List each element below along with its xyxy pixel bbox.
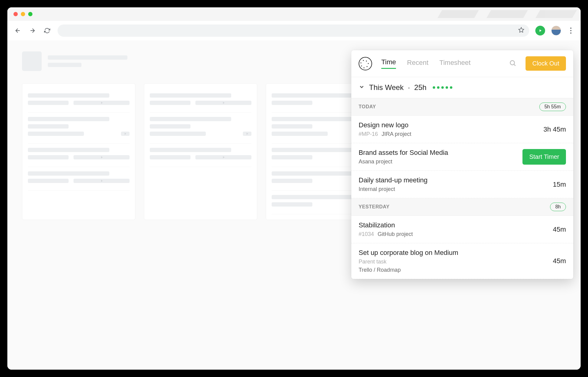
- play-icon: [74, 179, 130, 183]
- time-entry[interactable]: Design new logo #MP-16 JIRA project 3h 4…: [351, 116, 573, 143]
- time-entry[interactable]: Stabilization #1034 GitHub project 45m: [351, 216, 573, 243]
- week-label: This Week: [369, 83, 404, 92]
- skeleton-column: [144, 83, 257, 220]
- play-icon: [121, 132, 130, 136]
- window-titlebar: [7, 7, 581, 21]
- entry-project: Internal project: [359, 186, 395, 192]
- time-entry[interactable]: Daily stand-up meeting Internal project …: [351, 171, 573, 198]
- window-minimize-button[interactable]: [21, 12, 25, 16]
- browser-menu-button[interactable]: [567, 28, 575, 34]
- reload-button[interactable]: [43, 26, 51, 35]
- svg-marker-0: [519, 28, 524, 32]
- entry-parent: Parent task: [359, 259, 458, 265]
- profile-avatar[interactable]: [551, 26, 561, 35]
- tab-time[interactable]: Time: [381, 58, 396, 69]
- section-label: YESTERDAY: [359, 204, 390, 210]
- tab-timesheet[interactable]: Timesheet: [439, 59, 471, 69]
- skeleton-heading: [48, 55, 127, 67]
- entry-title: Set up corporate blog on Medium: [359, 249, 458, 257]
- week-hours: 25h: [414, 83, 427, 92]
- entry-time: 3h 45m: [544, 125, 566, 133]
- play-icon: [243, 132, 251, 136]
- clock-out-button[interactable]: Clock Out: [526, 56, 566, 71]
- section-header-yesterday: YESTERDAY 8h: [351, 198, 573, 216]
- address-bar[interactable]: [58, 24, 529, 37]
- entry-time: 15m: [553, 181, 566, 188]
- forward-button[interactable]: [28, 26, 37, 35]
- search-icon[interactable]: [509, 59, 516, 68]
- svg-point-1: [510, 61, 514, 65]
- entry-time: 45m: [553, 257, 566, 265]
- entry-title: Design new logo: [359, 121, 411, 129]
- entry-tag: #1034: [359, 231, 374, 237]
- time-entry[interactable]: Brand assets for Social Media Asana proj…: [351, 143, 573, 171]
- section-total-pill: 8h: [550, 203, 566, 211]
- browser-toolbar: [7, 21, 581, 40]
- skeleton-column: [22, 83, 135, 220]
- play-icon: [74, 101, 130, 105]
- week-summary-row[interactable]: This Week · 25h: [351, 77, 573, 98]
- section-label: TODAY: [359, 104, 376, 110]
- entry-title: Brand assets for Social Media: [359, 149, 448, 157]
- play-icon: [74, 155, 130, 159]
- entry-title: Daily stand-up meeting: [359, 176, 428, 184]
- entry-title: Stabilization: [359, 221, 413, 229]
- entry-project: Asana project: [359, 159, 392, 165]
- tab-recent[interactable]: Recent: [407, 59, 428, 69]
- time-entry[interactable]: Set up corporate blog on Medium Parent t…: [351, 243, 573, 279]
- extension-play-icon[interactable]: [535, 26, 545, 35]
- chevron-down-icon: [359, 83, 365, 92]
- bookmark-star-icon[interactable]: [518, 27, 524, 34]
- section-header-today: TODAY 5h 55m: [351, 98, 573, 116]
- timer-extension-popup: Time Recent Timesheet Clock Out This Wee…: [351, 50, 573, 279]
- entry-project: Trello / Roadmap: [359, 267, 401, 273]
- window-close-button[interactable]: [13, 12, 18, 16]
- play-icon: [195, 101, 251, 105]
- decorative-texture: [440, 10, 575, 18]
- entry-time: 45m: [553, 226, 566, 233]
- window-maximize-button[interactable]: [28, 12, 32, 16]
- skeleton-avatar: [22, 51, 42, 71]
- app-logo-icon: [359, 57, 372, 70]
- play-icon: [195, 155, 251, 159]
- entry-project: GitHub project: [378, 231, 413, 237]
- week-separator: ·: [408, 83, 410, 92]
- entry-project: JIRA project: [382, 131, 411, 137]
- week-progress-dots: [433, 86, 452, 89]
- back-button[interactable]: [13, 26, 22, 35]
- entry-tag: #MP-16: [359, 131, 378, 137]
- start-timer-button[interactable]: Start Timer: [522, 149, 566, 165]
- section-total-pill: 5h 55m: [539, 103, 566, 111]
